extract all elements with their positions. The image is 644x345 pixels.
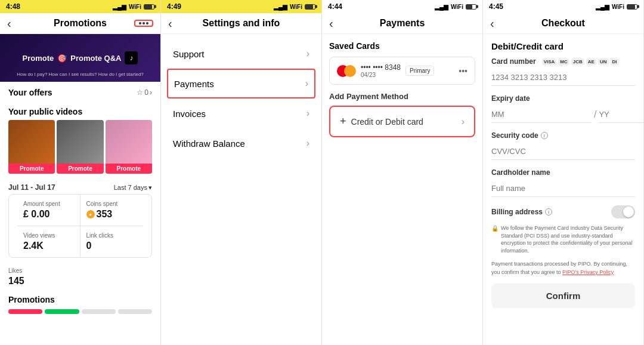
time-1: 4:48	[6, 2, 20, 11]
card-item[interactable]: •••• •••• 8348 04/23 Primary •••	[329, 57, 475, 85]
wifi-icon-4: WiFi	[612, 4, 624, 10]
promo-bar-pink	[8, 309, 42, 314]
menu-label-withdraw: Withdraw Balance	[173, 138, 245, 149]
stat-value-1: ● 353	[86, 209, 138, 220]
billing-label: Billing address i	[491, 208, 552, 216]
discover-icon: DI	[611, 58, 619, 65]
menu-item-withdraw[interactable]: Withdraw Balance ›	[161, 128, 321, 158]
promote-btn-1[interactable]: Promote	[8, 164, 55, 174]
cardholder-field-group: Cardholder name	[491, 168, 635, 197]
nav-bar-3: ‹ Payments	[322, 13, 482, 34]
plus-icon: +	[340, 115, 346, 128]
menu-item-invoices[interactable]: Invoices ›	[161, 98, 321, 128]
status-bar-1: 4:48 ▂▄▆ WiFi	[0, 0, 160, 13]
cardholder-input[interactable]	[491, 180, 635, 197]
card-more-icon[interactable]: •••	[459, 66, 467, 76]
likes-value: 145	[8, 276, 152, 287]
battery-icon-3	[466, 4, 476, 10]
status-icons-4: ▂▄▆ WiFi	[596, 4, 637, 10]
stat-coins-spent: Coins spent ● 353	[80, 195, 144, 226]
menu-item-support[interactable]: Support ›	[161, 39, 321, 69]
security-code-field-group: Security code i	[491, 131, 635, 160]
info-icon-billing[interactable]: i	[545, 208, 552, 215]
debit-credit-heading: Debit/Credit card	[491, 41, 635, 51]
video-thumb-2[interactable]: Promote	[57, 120, 103, 174]
nav-bar-2: ‹ Settings and info	[161, 13, 321, 34]
your-offers-title: Your offers	[8, 88, 52, 97]
expiry-field-group: Expiry date /	[491, 94, 635, 123]
back-button-3[interactable]: ‹	[329, 17, 333, 30]
back-button-2[interactable]: ‹	[168, 17, 172, 30]
battery-icon-4	[627, 4, 637, 10]
date-row: Jul 11 - Jul 17 Last 7 days ▾	[0, 178, 160, 194]
expiry-mm-input[interactable]	[491, 106, 592, 123]
expiry-yy-input[interactable]	[599, 106, 643, 123]
confirm-button[interactable]: Confirm	[491, 284, 635, 308]
add-card-button[interactable]: + Credit or Debit card ›	[329, 106, 475, 137]
back-button-4[interactable]: ‹	[490, 17, 494, 30]
video-thumb-3[interactable]: Promote	[106, 120, 152, 174]
stat-value-3: 0	[86, 241, 138, 251]
card-number-input[interactable]	[491, 69, 635, 86]
billing-toggle[interactable]	[611, 205, 635, 218]
signal-icon-4: ▂▄▆	[596, 4, 609, 10]
toggle-knob	[623, 207, 634, 217]
promote-btn-3[interactable]: Promote	[106, 164, 152, 174]
time-4: 4:45	[489, 2, 503, 11]
your-offers-count: 0	[144, 88, 148, 97]
page-title-3: Payments	[380, 18, 425, 29]
expiry-label: Expiry date	[491, 94, 635, 103]
likes-section: Likes 145	[0, 263, 160, 289]
amex-icon: AE	[586, 58, 596, 65]
security-code-input[interactable]	[491, 143, 635, 160]
chevron-right-icon-payments: ›	[305, 78, 308, 89]
promotions-panel: 4:48 ▂▄▆ WiFi ‹ Promotions Promote 🎯 Pro…	[0, 0, 161, 345]
signal-icon: ▂▄▆	[113, 4, 126, 10]
banner-sub: How do I pay? How can I see results? How…	[0, 72, 160, 77]
saved-cards-title: Saved Cards	[329, 41, 475, 51]
stat-amount-spent: Amount spent £ 0.00	[17, 195, 80, 226]
battery-icon	[144, 4, 154, 10]
checkout-content: Debit/Credit card Card number VISA MC JC…	[483, 34, 643, 315]
tiktok-icon: ♪	[125, 51, 138, 64]
promote-btn-2[interactable]: Promote	[57, 164, 103, 174]
nav-bar-4: ‹ Checkout	[483, 13, 643, 34]
stat-value-2: 2.4K	[23, 241, 74, 251]
wifi-icon-3: WiFi	[451, 4, 463, 10]
mc-icon: MC	[558, 58, 569, 65]
page-title-4: Checkout	[541, 18, 585, 29]
status-bar-2: 4:49 ▂▄▆ WiFi	[161, 0, 321, 13]
coin-icon: ●	[86, 210, 95, 218]
time-2: 4:49	[167, 2, 181, 11]
primary-badge: Primary	[405, 66, 434, 76]
stat-label-0: Amount spent	[23, 201, 74, 207]
wifi-icon-2: WiFi	[290, 4, 302, 10]
likes-label: Likes	[8, 267, 152, 274]
battery-icon-2	[305, 4, 315, 10]
video-thumb-1[interactable]: Promote	[8, 120, 55, 174]
card-info: •••• •••• 8348 04/23 Primary	[337, 63, 434, 78]
lock-icon: 🔒	[491, 224, 499, 254]
your-offers-action[interactable]: ☆ 0 ›	[137, 88, 152, 97]
chevron-right-icon-invoices: ›	[306, 108, 309, 119]
stat-label-2: Video views	[23, 232, 74, 239]
card-expiry-display: 04/23	[361, 72, 401, 78]
union-icon: UN	[598, 58, 609, 65]
add-card-label: Credit or Debit card	[351, 117, 423, 127]
back-button-1[interactable]: ‹	[7, 17, 11, 30]
signal-icon-2: ▂▄▆	[274, 4, 287, 10]
menu-item-payments[interactable]: Payments ›	[167, 69, 315, 98]
status-icons-3: ▂▄▆ WiFi	[435, 4, 476, 10]
signal-icon-3: ▂▄▆	[435, 4, 448, 10]
date-filter[interactable]: Last 7 days ▾	[114, 184, 152, 192]
status-icons-1: ▂▄▆ WiFi	[113, 4, 154, 10]
videos-row: Promote Promote Promote	[0, 120, 160, 178]
stat-link-clicks: Link clicks 0	[80, 226, 144, 257]
status-icons-2: ▂▄▆ WiFi	[274, 4, 315, 10]
more-button[interactable]	[134, 20, 153, 27]
banner-text: Promote 🎯 Promote Q&A ♪	[23, 51, 138, 64]
stats-grid: Amount spent £ 0.00 Coins spent ● 353 Vi…	[8, 194, 152, 258]
menu-label-payments: Payments	[174, 79, 214, 89]
privacy-policy-link[interactable]: PIPO's Privacy Policy	[562, 269, 614, 275]
info-icon-security[interactable]: i	[541, 132, 548, 139]
